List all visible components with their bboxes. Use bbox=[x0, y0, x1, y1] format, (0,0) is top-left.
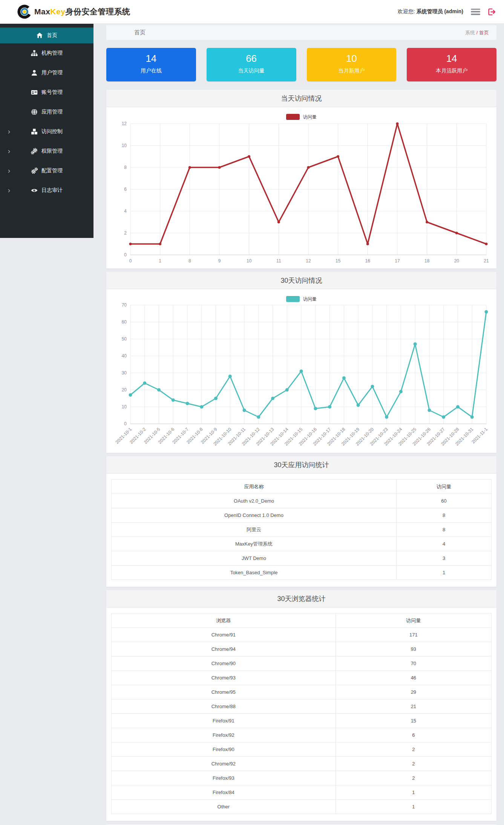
svg-text:16: 16 bbox=[365, 258, 371, 264]
page-title: 首页 bbox=[134, 29, 146, 36]
column-header: 访问量 bbox=[335, 613, 491, 628]
sidebar-item-首页[interactable]: 首页 bbox=[0, 28, 93, 43]
cogs-icon bbox=[31, 148, 38, 155]
stat-card-value: 14 bbox=[407, 53, 496, 64]
stat-card-label: 本月活跃用户 bbox=[407, 67, 496, 74]
svg-text:0: 0 bbox=[124, 252, 127, 258]
sidebar-item-配置管理[interactable]: 配置管理 bbox=[0, 161, 93, 181]
panel-30day-visits: 30天访问情况 访问量 0102030405060702021-10-12021… bbox=[106, 272, 496, 453]
app-title: MaxKey身份安全管理系统 bbox=[34, 6, 130, 17]
menu-toggle-icon[interactable] bbox=[471, 9, 480, 15]
breadcrumb-current-link[interactable]: 首页 bbox=[479, 30, 489, 35]
column-header: 访问量 bbox=[397, 480, 492, 494]
table-row: Other1 bbox=[112, 800, 492, 814]
table-row: OpenID Connect 1.0 Demo8 bbox=[112, 508, 492, 523]
chart-legend: 访问量 bbox=[106, 107, 496, 121]
sitemap-icon bbox=[31, 50, 38, 57]
stat-card: 14 用户在线 bbox=[106, 48, 196, 81]
chevron-right-icon bbox=[7, 149, 11, 153]
svg-text:0: 0 bbox=[124, 421, 127, 426]
table-cell: Firefox/84 bbox=[112, 785, 336, 800]
table-cell: 4 bbox=[397, 537, 492, 551]
sidebar-item-label: 应用管理 bbox=[41, 109, 63, 115]
svg-text:20: 20 bbox=[454, 258, 460, 264]
app-visits-table: 应用名称访问量OAuth v2.0_Demo60OpenID Connect 1… bbox=[111, 479, 492, 580]
panel-30day-browser-stats: 30天浏览器统计 浏览器访问量Chrome/91171Chrome/9493Ch… bbox=[106, 590, 496, 821]
stat-card-label: 当天访问量 bbox=[207, 67, 296, 74]
panel-today-visits: 当天访问情况 访问量 02468101201891011121516171820… bbox=[106, 90, 496, 268]
sidebar-menu: 首页 机构管理 用户管理 账号管理 应用管理 访问控制 bbox=[0, 28, 93, 200]
table-cell: 6 bbox=[335, 728, 491, 742]
table-row: Token_Based_Simple1 bbox=[112, 566, 492, 580]
content-area: 首页 系统 / 首页 14 用户在线 66 当天访问量 10 当月新用户 14 … bbox=[93, 24, 504, 825]
logout-icon[interactable] bbox=[488, 8, 496, 16]
svg-text:6: 6 bbox=[124, 187, 127, 192]
table-cell: JWT Demo bbox=[112, 551, 397, 566]
chevron-right-icon bbox=[7, 188, 11, 193]
user-icon bbox=[31, 69, 38, 76]
table-cell: OAuth v2.0_Demo bbox=[112, 494, 397, 508]
table-row: Chrome/8821 bbox=[112, 699, 492, 714]
table-row: Firefox/902 bbox=[112, 742, 492, 757]
svg-text:11: 11 bbox=[276, 258, 281, 264]
table-cell: 3 bbox=[397, 551, 492, 566]
stat-card-value: 66 bbox=[207, 53, 296, 64]
table-cell: Other bbox=[112, 800, 336, 814]
svg-text:17: 17 bbox=[395, 258, 400, 264]
stat-card-label: 用户在线 bbox=[106, 67, 196, 74]
svg-text:21: 21 bbox=[484, 258, 489, 264]
table-cell: 2 bbox=[335, 757, 491, 771]
panel-title: 30天浏览器统计 bbox=[106, 590, 496, 607]
sidebar-item-label: 日志审计 bbox=[41, 187, 63, 194]
sidebar-item-日志审计[interactable]: 日志审计 bbox=[0, 181, 93, 200]
table-row: OAuth v2.0_Demo60 bbox=[112, 494, 492, 508]
sidebar-item-账号管理[interactable]: 账号管理 bbox=[0, 83, 93, 102]
svg-text:10: 10 bbox=[247, 258, 252, 264]
table-row: Firefox/932 bbox=[112, 771, 492, 785]
top-header: MaxKey身份安全管理系统 欢迎您: 系统管理员 (admin) bbox=[0, 0, 504, 24]
table-cell: OpenID Connect 1.0 Demo bbox=[112, 508, 397, 523]
sidebar-item-应用管理[interactable]: 应用管理 bbox=[0, 102, 93, 122]
sidebar-item-权限管理[interactable]: 权限管理 bbox=[0, 141, 93, 161]
svg-text:1: 1 bbox=[159, 258, 161, 264]
welcome-text: 欢迎您: 系统管理员 (admin) bbox=[398, 8, 463, 15]
svg-text:50: 50 bbox=[122, 336, 127, 342]
table-cell: 8 bbox=[397, 523, 492, 537]
app-logo[interactable]: MaxKey身份安全管理系统 bbox=[17, 5, 130, 19]
home-icon bbox=[36, 32, 43, 39]
sidebar-item-用户管理[interactable]: 用户管理 bbox=[0, 63, 93, 83]
table-row: JWT Demo3 bbox=[112, 551, 492, 566]
svg-text:60: 60 bbox=[122, 319, 127, 325]
stat-cards-row: 14 用户在线 66 当天访问量 10 当月新用户 14 本月活跃用户 bbox=[106, 48, 496, 81]
table-cell: Firefox/93 bbox=[112, 771, 336, 785]
sidebar-item-label: 权限管理 bbox=[41, 148, 63, 155]
table-cell: 29 bbox=[335, 685, 491, 699]
sidebar-item-访问控制[interactable]: 访问控制 bbox=[0, 122, 93, 141]
table-cell: Firefox/90 bbox=[112, 742, 336, 757]
globe-icon bbox=[31, 109, 38, 115]
column-header: 浏览器 bbox=[112, 613, 336, 628]
stat-card: 14 本月活跃用户 bbox=[407, 48, 496, 81]
table-cell: Firefox/91 bbox=[112, 714, 336, 728]
table-cell: MaxKey管理系统 bbox=[112, 537, 397, 551]
sidebar-item-机构管理[interactable]: 机构管理 bbox=[0, 43, 93, 63]
stat-card-value: 10 bbox=[307, 53, 397, 64]
table-row: Chrome/9493 bbox=[112, 642, 492, 656]
table-cell: 1 bbox=[335, 785, 491, 800]
eye-icon bbox=[31, 187, 38, 194]
breadcrumb-root-link[interactable]: 系统 bbox=[465, 30, 475, 35]
table-cell: 46 bbox=[335, 671, 491, 685]
svg-text:30: 30 bbox=[122, 370, 127, 376]
table-cell: 8 bbox=[397, 508, 492, 523]
table-cell: Chrome/93 bbox=[112, 671, 336, 685]
chevron-right-icon bbox=[7, 129, 11, 134]
table-cell: Chrome/95 bbox=[112, 685, 336, 699]
table-cell: Chrome/90 bbox=[112, 656, 336, 671]
svg-text:70: 70 bbox=[122, 303, 127, 308]
cubes-icon bbox=[31, 128, 38, 135]
30day-visits-line-chart: 0102030405060702021-10-12021-10-22021-10… bbox=[106, 303, 496, 453]
table-cell: Chrome/94 bbox=[112, 642, 336, 656]
sidebar-item-label: 首页 bbox=[47, 32, 57, 39]
svg-text:40: 40 bbox=[122, 353, 127, 359]
table-cell: 2 bbox=[335, 771, 491, 785]
